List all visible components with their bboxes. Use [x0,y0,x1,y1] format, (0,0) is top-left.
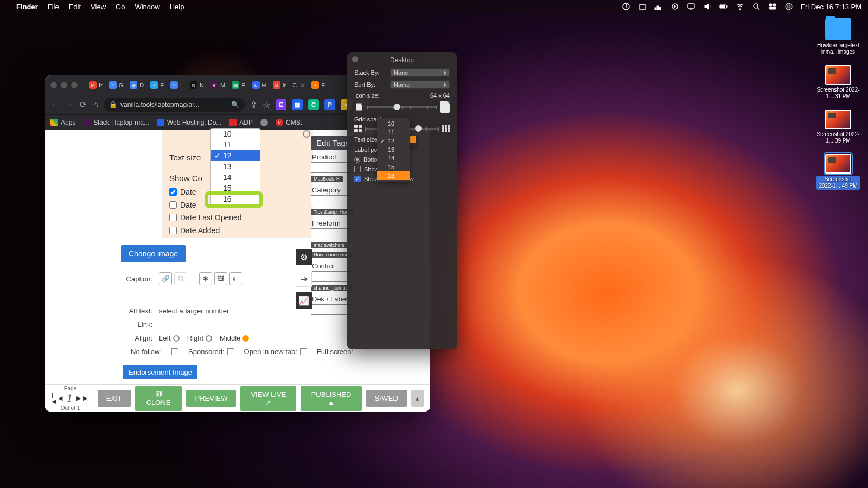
align-left-radio[interactable]: Left [159,334,180,342]
browser-tab[interactable]: ≡L [168,81,186,89]
settings-gear-icon[interactable]: ⚙ [296,249,312,265]
text-size-option[interactable]: 11 [377,128,410,137]
status-icon-4[interactable] [671,2,679,11]
bookmark-webhosting[interactable]: Web Hosting, Do... [157,119,222,126]
date-added-checkbox[interactable]: Date Added [169,226,220,235]
close-button[interactable] [352,56,358,62]
text-size-option[interactable]: 14 [377,154,410,163]
text-size-option-highlighted[interactable]: 16 [377,171,410,180]
share-icon[interactable]: ⇪ [250,100,257,110]
browser-tab[interactable]: ●F [309,81,328,89]
text-size-option-checked[interactable]: 12 [377,137,410,145]
address-bar[interactable]: 🔒 vanilla.tools/laptopmag/ar... 🔍 [104,98,245,112]
view-live-button[interactable]: VIEW LIVE ↗ [240,386,296,411]
preview-button[interactable]: PREVIEW [186,390,236,407]
saved-button[interactable]: SAVED [366,390,407,407]
status-icon-keys[interactable] [654,2,663,11]
published-button[interactable]: PUBLISHED ▲ [301,386,361,411]
dropdown-up-button[interactable]: ▴ [411,390,424,407]
desktop-folder[interactable]: Howtoenlargetextinma...images [816,18,860,55]
browser-tab[interactable]: MIr [270,81,289,89]
zoom-button[interactable] [71,82,78,88]
bookmark-apps[interactable]: Apps [50,119,75,126]
dropdown-option-selected[interactable]: 12 [211,150,260,161]
bookmark-cms[interactable]: VCMS: [276,119,302,126]
browser-tab[interactable]: NN [187,81,207,89]
desktop-screenshot-3[interactable]: Screenshot 2022-1....49 PM [816,154,860,190]
collapse-arrow-icon[interactable]: ➔ [296,271,312,287]
chart-icon[interactable]: 📈 [296,292,312,309]
last-page-button[interactable]: ▶| [83,395,89,402]
next-page-button[interactable]: ▶ [76,395,81,402]
status-icon-1[interactable] [622,2,630,11]
text-size-option[interactable]: 15 [377,163,410,171]
dropdown-option[interactable]: 13 [211,161,260,172]
menu-window[interactable]: Window [135,3,159,11]
browser-tab[interactable]: ▦P [229,81,248,89]
date-opened-checkbox[interactable]: Date Last Opened [169,213,242,222]
bookmark-globe[interactable] [260,119,268,126]
volume-icon[interactable] [703,2,712,11]
browser-tab[interactable]: ≡G [106,81,126,89]
control-center-icon[interactable] [768,2,777,11]
close-button[interactable] [50,82,57,88]
display-icon[interactable] [687,2,695,11]
clone-button[interactable]: 🗐 CLONE [135,386,182,411]
endorsement-image-button[interactable]: Endorsement Image [123,365,197,379]
wifi-icon[interactable] [736,2,744,11]
browser-tab[interactable]: LH [250,81,269,89]
browser-tab[interactable]: C✕ [290,81,308,89]
menu-go[interactable]: Go [116,3,125,11]
siri-icon[interactable] [784,2,793,11]
reload-button[interactable]: ⟳ [80,100,87,110]
minimize-button[interactable] [61,82,67,88]
ext-icon[interactable]: E [276,99,286,110]
menu-view[interactable]: View [91,3,106,11]
ext-icon[interactable]: C [308,99,319,110]
fullscreen-checkbox[interactable]: Full screen: [317,348,353,356]
dropdown-option[interactable]: 10 [211,129,260,139]
text-size-option[interactable]: 13 [377,145,410,154]
icon-size-slider[interactable] [354,101,450,113]
star-icon[interactable]: ☆ [263,100,270,110]
date-created-checkbox[interactable]: Date [169,201,196,209]
sponsored-checkbox[interactable]: Sponsored: [188,348,234,356]
browser-tab[interactable]: ◆D [127,81,146,89]
unlink-icon[interactable]: ⛓ [174,272,187,285]
align-middle-radio[interactable]: Middle [220,334,249,342]
dropdown-option[interactable]: 11 [211,139,260,150]
zoom-icon[interactable]: 🔍 [231,101,239,108]
back-button[interactable]: ← [50,100,59,110]
date-modified-checkbox[interactable]: Date [169,188,196,196]
dropdown-option[interactable]: 16 [211,194,260,204]
sort-by-select[interactable]: Name▴▾ [390,80,450,89]
first-page-button[interactable]: |◀ [52,391,56,405]
dropdown-option[interactable]: 15 [211,183,260,194]
menubar-datetime[interactable]: Fri Dec 16 7:13 PM [801,3,861,11]
newtab-checkbox[interactable]: Open in new tab: [244,348,307,356]
desktop-screenshot-2[interactable]: Screenshot 2022-1....39 PM [816,110,860,144]
menu-edit[interactable]: Edit [69,3,81,11]
browser-tab[interactable]: #M [208,81,228,89]
bookmark-slack[interactable]: Slack | laptop-ma... [83,119,149,126]
menu-file[interactable]: File [48,3,59,11]
menu-help[interactable]: Help [170,3,184,11]
battery-icon[interactable] [719,2,728,11]
product-tag[interactable]: MacBook✕ [311,176,343,182]
status-icon-2[interactable] [638,2,647,11]
home-button[interactable]: ⌂ [93,100,98,110]
text-size-dropdown[interactable]: 10 11 12 13 14 15 16 [210,128,260,205]
nofollow-checkbox[interactable] [171,348,178,356]
ext-icon[interactable]: ▦ [292,99,303,110]
text-size-option[interactable]: 10 [377,119,410,128]
image-icon[interactable]: 🖼 [214,272,227,285]
exit-button[interactable]: EXIT [98,390,131,407]
align-right-radio[interactable]: Right [187,334,212,342]
asterisk-icon[interactable]: ✱ [199,272,212,285]
change-image-button[interactable]: Change image [121,245,186,262]
ext-icon[interactable]: P [324,99,335,110]
tag-icon[interactable]: 🏷 [229,272,242,285]
dropdown-option[interactable]: 14 [211,172,260,183]
stack-by-select[interactable]: None▴▾ [390,68,450,77]
bookmark-adp[interactable]: ADP [229,119,253,126]
